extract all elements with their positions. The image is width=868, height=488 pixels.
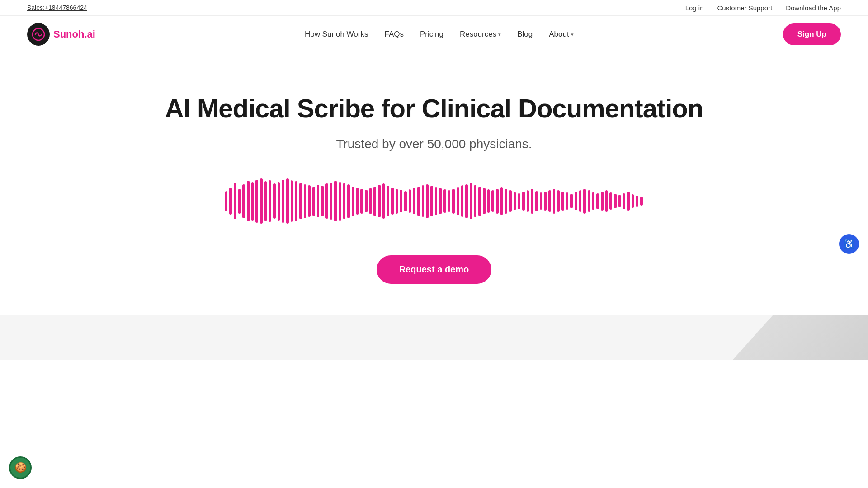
hero-title: AI Medical Scribe for Clinical Documenta… (165, 93, 703, 123)
waveform-bar (409, 189, 411, 213)
resources-chevron-icon: ▾ (498, 32, 501, 38)
phone-link[interactable]: Sales:+18447866424 (27, 4, 87, 11)
logo-text: Sunoh.ai (53, 28, 95, 40)
waveform-bar (387, 186, 389, 216)
waveform-bar (264, 181, 267, 221)
waveform-bar (566, 192, 568, 210)
logo-brand: Sunoh (53, 28, 84, 40)
nav-item-blog[interactable]: Blog (517, 30, 533, 39)
waveform-bar (522, 192, 525, 211)
waveform-bar (317, 185, 319, 217)
waveform-bar (282, 180, 284, 223)
waveform-bar (632, 194, 634, 208)
waveform-bar (535, 191, 538, 211)
waveform-bar (627, 192, 630, 211)
nav-blog-link[interactable]: Blog (517, 30, 533, 38)
waveform-bar (491, 190, 494, 212)
waveform-bar (439, 188, 442, 214)
waveform-bar (579, 190, 581, 212)
waveform-bar (509, 190, 512, 212)
nav-links: How Sunoh Works FAQs Pricing Resources ▾… (305, 30, 574, 39)
waveform (225, 174, 643, 228)
nav-how-link[interactable]: How Sunoh Works (305, 30, 368, 38)
waveform-bar (360, 189, 363, 214)
waveform-bar (575, 192, 577, 210)
waveform-bar (295, 181, 297, 221)
download-link[interactable]: Download the App (786, 4, 841, 12)
waveform-bar (382, 183, 385, 219)
support-link[interactable]: Customer Support (717, 4, 773, 12)
waveform-bar (422, 185, 424, 217)
waveform-bar (347, 184, 350, 218)
waveform-bar (273, 183, 276, 219)
hero-subtitle: Trusted by over 50,000 physicians. (336, 137, 532, 151)
waveform-bar (255, 180, 258, 223)
waveform-bar (583, 189, 586, 214)
waveform-bar (461, 185, 463, 217)
waveform-bar (609, 192, 612, 210)
waveform-bar (435, 187, 437, 215)
hero-section: AI Medical Scribe for Clinical Documenta… (0, 53, 868, 315)
waveform-bar (540, 192, 542, 210)
waveform-bar (544, 192, 547, 211)
nav-item-about[interactable]: About ▾ (549, 30, 573, 39)
waveform-bar (234, 183, 236, 219)
nav-item-pricing[interactable]: Pricing (420, 30, 443, 39)
waveform-bar (400, 190, 402, 212)
about-chevron-icon: ▾ (571, 32, 574, 38)
waveform-bar (356, 188, 359, 215)
waveform-bar (457, 187, 459, 215)
nav-item-faqs[interactable]: FAQs (384, 30, 404, 39)
nav-faqs-link[interactable]: FAQs (384, 30, 404, 38)
waveform-bar (474, 185, 476, 217)
login-link[interactable]: Log in (685, 4, 704, 12)
cookie-button[interactable]: 🍪 (9, 456, 32, 479)
waveform-bar (251, 182, 254, 221)
nav-pricing-link[interactable]: Pricing (420, 30, 443, 38)
waveform-bar (618, 195, 621, 207)
waveform-bar (623, 193, 625, 209)
nav-item-resources[interactable]: Resources ▾ (460, 30, 501, 39)
waveform-bar (365, 190, 368, 212)
waveform-bar (369, 188, 372, 214)
waveform-bar (596, 193, 599, 209)
logo[interactable]: Sunoh.ai (27, 23, 95, 46)
waveform-bar (260, 178, 263, 224)
waveform-bar (417, 187, 420, 216)
waveform-bar (452, 189, 455, 214)
nav-resources-dropdown[interactable]: Resources ▾ (460, 30, 501, 39)
nav-item-how[interactable]: How Sunoh Works (305, 30, 368, 39)
waveform-bar (308, 185, 311, 217)
waveform-bar (500, 187, 503, 215)
waveform-bar (478, 187, 481, 216)
nav-about-dropdown[interactable]: About ▾ (549, 30, 573, 39)
waveform-bar (553, 189, 555, 214)
accessibility-button[interactable]: ♿ (839, 234, 859, 254)
logo-svg (32, 28, 45, 41)
top-bar: Sales:+18447866424 Log in Customer Suppo… (0, 0, 868, 16)
top-bar-left: Sales:+18447866424 (27, 4, 87, 12)
waveform-bar (229, 188, 232, 215)
waveform-bar (561, 192, 564, 211)
waveform-bar (343, 183, 345, 219)
waveform-bar (269, 180, 271, 222)
waveform-bar (592, 192, 594, 210)
waveform-bar (352, 187, 354, 216)
waveform-bar (614, 194, 617, 208)
demo-button[interactable]: Request a demo (377, 255, 491, 284)
waveform-bar (483, 188, 486, 214)
waveform-bar (465, 184, 468, 218)
waveform-bar (312, 187, 315, 216)
cookie-icon: 🍪 (14, 462, 27, 474)
waveform-bar (505, 189, 507, 214)
waveform-bar (487, 189, 490, 213)
waveform-bar (225, 191, 227, 211)
waveform-bar (286, 178, 289, 224)
logo-tld: .ai (84, 28, 95, 40)
signup-button[interactable]: Sign Up (783, 23, 841, 45)
waveform-bar (238, 189, 241, 214)
waveform-bar (443, 189, 446, 213)
waveform-bar (426, 184, 429, 218)
waveform-bar (326, 183, 328, 219)
waveform-bar (334, 181, 337, 221)
